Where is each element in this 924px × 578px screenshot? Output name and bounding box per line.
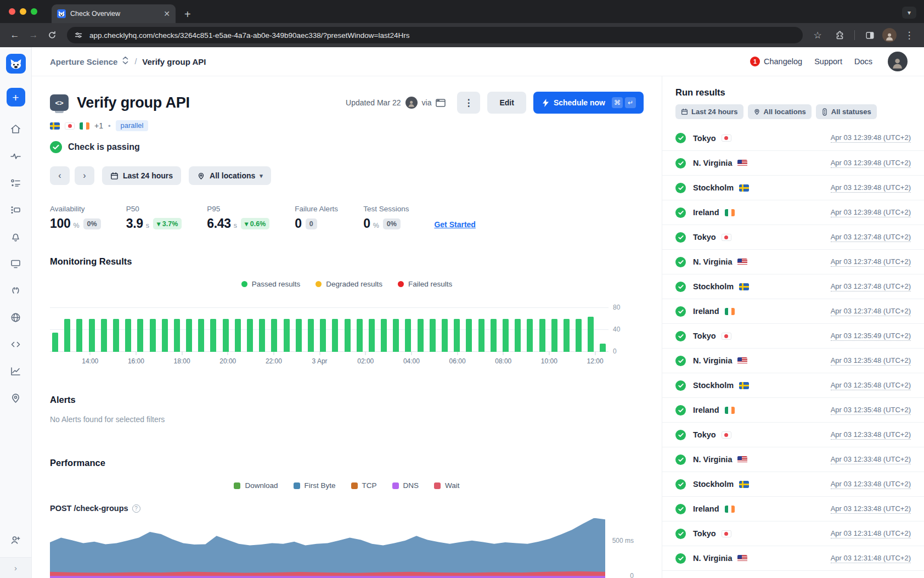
monitoring-bar[interactable] <box>503 319 509 352</box>
activity-pulse-icon[interactable] <box>7 147 25 165</box>
monitoring-bar[interactable] <box>296 319 302 352</box>
extensions-puzzle-icon[interactable] <box>830 26 849 44</box>
private-locations-globe-icon[interactable] <box>7 308 25 327</box>
locations-filter[interactable]: All locations ▾ <box>189 166 271 185</box>
run-timestamp[interactable]: Apr 03 12:39:48 (UTC+2) <box>831 208 911 217</box>
forward-button[interactable]: → <box>24 26 43 44</box>
run-timestamp[interactable]: Apr 03 12:37:48 (UTC+2) <box>831 282 911 291</box>
monitoring-bar[interactable] <box>113 319 119 352</box>
monitoring-bar[interactable] <box>186 319 192 352</box>
edit-button[interactable]: Edit <box>487 92 526 114</box>
monitoring-bar[interactable] <box>442 319 448 352</box>
run-timestamp[interactable]: Apr 03 12:39:48 (UTC+2) <box>831 133 911 143</box>
monitoring-bar[interactable] <box>284 319 290 352</box>
support-link[interactable]: Support <box>814 57 842 66</box>
monitoring-bar[interactable] <box>162 319 168 352</box>
monitoring-bar[interactable] <box>491 319 497 352</box>
run-filter-locations[interactable]: All locations <box>748 104 812 119</box>
run-result-row[interactable]: N. VirginiaApr 03 12:39:48 (UTC+2) <box>662 150 924 175</box>
run-result-row[interactable]: IrelandApr 03 12:39:48 (UTC+2) <box>662 200 924 225</box>
schedule-now-button[interactable]: Schedule now ⌘ ↵ <box>533 92 644 114</box>
next-period-button[interactable]: › <box>75 166 94 185</box>
snippets-code-icon[interactable] <box>7 335 25 353</box>
monitoring-bar[interactable] <box>515 319 521 352</box>
monitoring-bar[interactable] <box>235 319 241 352</box>
monitoring-bar[interactable] <box>332 319 338 352</box>
create-new-button[interactable]: + <box>7 88 25 106</box>
monitoring-bar[interactable] <box>345 319 351 352</box>
run-timestamp[interactable]: Apr 03 12:35:49 (UTC+2) <box>831 332 911 341</box>
monitoring-bar[interactable] <box>198 319 204 352</box>
monitoring-bar[interactable] <box>405 319 411 352</box>
alerts-bell-icon[interactable] <box>7 227 25 246</box>
macos-window-controls[interactable] <box>9 8 37 15</box>
monitoring-bar[interactable] <box>564 319 570 352</box>
run-result-row[interactable]: N. VirginiaApr 03 12:35:48 (UTC+2) <box>662 348 924 373</box>
changelog-label[interactable]: Changelog <box>764 57 802 66</box>
status-pages-icon[interactable] <box>7 281 25 300</box>
run-timestamp[interactable]: Apr 03 12:33:48 (UTC+2) <box>831 430 911 440</box>
run-result-row[interactable]: IrelandApr 03 12:33:48 (UTC+2) <box>662 496 924 521</box>
get-started-link[interactable]: Get Started <box>434 220 475 229</box>
monitoring-bar[interactable] <box>430 319 436 352</box>
tab-close-icon[interactable]: ✕ <box>164 9 170 18</box>
run-result-row[interactable]: N. VirginiaApr 03 12:37:48 (UTC+2) <box>662 249 924 274</box>
back-button[interactable]: ← <box>5 26 24 44</box>
run-result-row[interactable]: TokyoApr 03 12:37:48 (UTC+2) <box>662 225 924 249</box>
monitoring-bar[interactable] <box>393 319 399 352</box>
checkly-logo[interactable] <box>6 54 26 74</box>
monitoring-bar[interactable] <box>76 319 82 352</box>
run-result-row[interactable]: StockholmApr 03 12:37:48 (UTC+2) <box>662 274 924 299</box>
run-timestamp[interactable]: Apr 03 12:39:48 (UTC+2) <box>831 159 911 168</box>
account-switcher-icon[interactable] <box>122 56 129 67</box>
docs-link[interactable]: Docs <box>854 57 872 66</box>
run-timestamp[interactable]: Apr 03 12:37:48 (UTC+2) <box>831 307 911 316</box>
monitoring-bar[interactable] <box>369 319 375 352</box>
side-panel-icon[interactable] <box>860 26 879 44</box>
invite-user-icon[interactable] <box>7 530 25 549</box>
site-settings-icon[interactable] <box>72 29 84 41</box>
monitoring-bar[interactable] <box>576 319 582 352</box>
monitoring-bar[interactable] <box>150 319 156 352</box>
run-filter-time[interactable]: Last 24 hours <box>675 104 743 119</box>
monitoring-bar[interactable] <box>271 319 277 352</box>
help-circle-icon[interactable]: ? <box>132 504 140 513</box>
maintenance-windows-icon[interactable] <box>7 200 25 219</box>
monitoring-bar[interactable] <box>551 319 557 352</box>
monitoring-bar[interactable] <box>137 319 143 352</box>
monitoring-bar[interactable] <box>588 317 594 352</box>
run-result-row[interactable]: N. VirginiaApr 03 12:33:48 (UTC+2) <box>662 447 924 472</box>
monitoring-bar[interactable] <box>89 319 95 352</box>
run-result-row[interactable]: StockholmApr 03 12:31:48 (UTC+2) <box>662 570 924 578</box>
run-timestamp[interactable]: Apr 03 12:35:48 (UTC+2) <box>831 381 911 390</box>
monitoring-bar[interactable] <box>125 319 131 352</box>
run-result-row[interactable]: N. VirginiaApr 03 12:31:48 (UTC+2) <box>662 546 924 570</box>
run-result-row[interactable]: TokyoApr 03 12:35:49 (UTC+2) <box>662 323 924 348</box>
monitoring-bar[interactable] <box>223 319 229 352</box>
run-timestamp[interactable]: Apr 03 12:33:48 (UTC+2) <box>831 455 911 464</box>
new-tab-button[interactable]: + <box>184 9 191 20</box>
monitoring-bar[interactable] <box>381 319 387 352</box>
monitoring-bar[interactable] <box>308 319 314 352</box>
browser-menu-kebab-icon[interactable]: ⋮ <box>900 26 919 44</box>
run-timestamp[interactable]: Apr 03 12:37:48 (UTC+2) <box>831 257 911 267</box>
checks-list-icon[interactable] <box>7 173 25 192</box>
monitoring-bar[interactable] <box>600 344 606 352</box>
run-timestamp[interactable]: Apr 03 12:31:48 (UTC+2) <box>831 554 911 563</box>
run-timestamp[interactable]: Apr 03 12:37:48 (UTC+2) <box>831 233 911 242</box>
run-timestamp[interactable]: Apr 03 12:35:48 (UTC+2) <box>831 406 911 415</box>
run-timestamp[interactable]: Apr 03 12:33:48 (UTC+2) <box>831 480 911 489</box>
close-window-icon[interactable] <box>9 8 15 15</box>
monitoring-bar[interactable] <box>64 319 70 352</box>
browser-profile-avatar[interactable] <box>882 28 897 42</box>
monitoring-bar[interactable] <box>539 319 545 352</box>
more-actions-kebab-button[interactable]: ⋮ <box>457 92 480 114</box>
monitoring-bar[interactable] <box>247 319 253 352</box>
home-icon[interactable] <box>7 120 25 138</box>
monitoring-bar[interactable] <box>320 319 326 352</box>
monitoring-bar[interactable] <box>478 319 484 352</box>
time-range-filter[interactable]: Last 24 hours <box>102 166 181 185</box>
monitoring-bar[interactable] <box>259 319 265 352</box>
run-filter-statuses[interactable]: All statuses <box>816 104 877 119</box>
reload-button[interactable] <box>43 26 61 44</box>
